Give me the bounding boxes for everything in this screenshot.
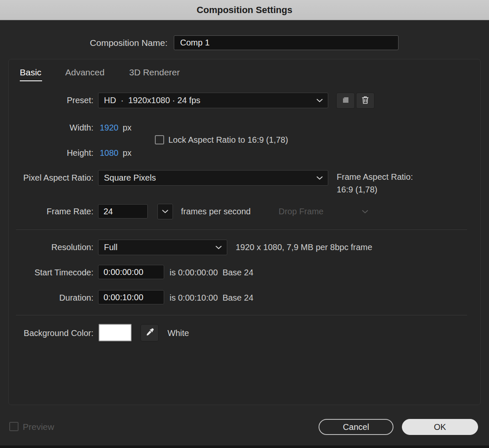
drop-frame-dropdown: Drop Frame (273, 204, 374, 219)
frame-rate-input[interactable] (98, 204, 148, 219)
trash-icon (361, 96, 369, 106)
preset-dropdown[interactable]: HD · 1920x1080 · 24 fps (98, 93, 328, 108)
height-label: Height: (13, 148, 93, 158)
lock-aspect-label: Lock Aspect Ratio to 16:9 (1,78) (168, 135, 288, 145)
width-value[interactable]: 1920 (100, 123, 119, 132)
width-value-row: 1920px (100, 123, 132, 133)
resolution-value: Full (98, 243, 117, 252)
resolution-dropdown[interactable]: Full (98, 240, 227, 255)
save-preset-icon (342, 96, 350, 105)
frame-aspect-ratio-value: 16:9 (1,78) (337, 184, 377, 195)
bottom-edge (0, 445, 489, 448)
eyedropper-button[interactable] (141, 324, 159, 341)
divider (16, 315, 467, 315)
chevron-down-icon (162, 208, 168, 215)
preview-label: Preview (23, 422, 54, 432)
chevron-down-icon (362, 210, 368, 213)
dialog-titlebar: Composition Settings (0, 0, 489, 20)
height-value[interactable]: 1080 (100, 148, 119, 157)
ok-button[interactable]: OK (402, 419, 478, 435)
duration-input[interactable] (98, 290, 164, 304)
start-timecode-info: is 0:00:00:00 Base 24 (170, 267, 253, 277)
width-unit: px (123, 123, 132, 132)
delete-preset-button[interactable] (356, 93, 375, 109)
height-unit: px (123, 148, 132, 157)
preview-checkbox[interactable] (9, 422, 19, 431)
duration-info: is 0:00:10:00 Base 24 (170, 293, 253, 303)
settings-panel (8, 59, 481, 405)
preset-label: Preset: (13, 95, 93, 105)
cancel-button[interactable]: Cancel (319, 419, 393, 435)
tab-3d-renderer[interactable]: 3D Renderer (129, 67, 180, 77)
composition-name-input[interactable] (174, 35, 399, 50)
background-color-swatch[interactable] (98, 324, 132, 341)
pixel-aspect-ratio-value: Square Pixels (98, 173, 156, 183)
composition-name-label: Composition Name: (50, 38, 167, 48)
start-timecode-label: Start Timecode: (13, 267, 93, 277)
pixel-aspect-ratio-label: Pixel Aspect Ratio: (13, 173, 93, 183)
background-color-label: Background Color: (13, 328, 93, 338)
resolution-info: 1920 x 1080, 7,9 MB per 8bpc frame (236, 242, 372, 252)
dialog-title: Composition Settings (197, 5, 292, 16)
pixel-aspect-ratio-dropdown[interactable]: Square Pixels (98, 170, 328, 186)
width-label: Width: (13, 123, 93, 133)
start-timecode-input[interactable] (98, 265, 164, 279)
resolution-label: Resolution: (13, 242, 93, 252)
preset-value: HD · 1920x1080 · 24 fps (98, 96, 200, 105)
tab-basic[interactable]: Basic (20, 67, 41, 77)
save-preset-button[interactable] (336, 93, 355, 109)
frame-rate-label: Frame Rate: (13, 206, 93, 216)
chevron-down-icon (316, 176, 323, 180)
frame-aspect-ratio-label: Frame Aspect Ratio: (337, 172, 413, 182)
chevron-down-icon (316, 99, 323, 102)
composition-settings-dialog: Composition Settings Composition Name: B… (0, 0, 489, 448)
background-color-name: White (167, 328, 189, 338)
frame-rate-unit: frames per second (181, 206, 251, 216)
eyedropper-icon (145, 328, 154, 338)
duration-label: Duration: (13, 293, 93, 303)
frame-rate-dropdown-button[interactable] (157, 204, 173, 219)
divider (16, 229, 467, 230)
height-value-row: 1080px (100, 148, 132, 158)
tab-advanced[interactable]: Advanced (65, 67, 104, 77)
drop-frame-value: Drop Frame (273, 207, 324, 216)
lock-aspect-checkbox[interactable] (155, 135, 164, 144)
active-tab-underline (20, 80, 42, 81)
chevron-down-icon (215, 245, 222, 249)
